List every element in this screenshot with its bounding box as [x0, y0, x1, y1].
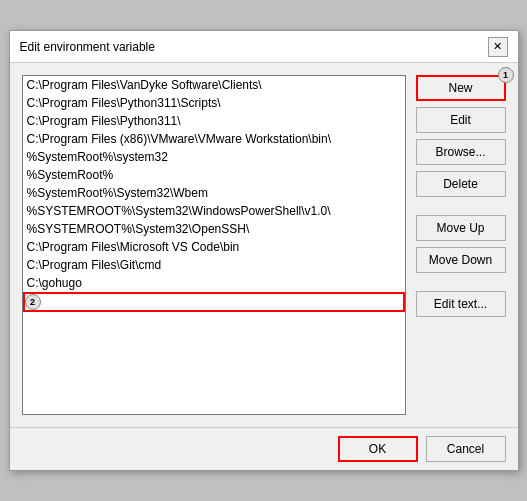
- list-item[interactable]: C:\Program Files (x86)\VMware\VMware Wor…: [23, 130, 405, 148]
- new-button[interactable]: New: [416, 75, 506, 101]
- env-var-input[interactable]: [23, 292, 405, 312]
- list-item[interactable]: C:\Program Files\Git\cmd: [23, 256, 405, 274]
- new-badge: 1: [498, 67, 514, 83]
- list-item[interactable]: %SYSTEMROOT%\System32\WindowsPowerShell\…: [23, 202, 405, 220]
- list-item[interactable]: C:\Program Files\Python311\Scripts\: [23, 94, 405, 112]
- dialog-content: C:\Program Files\VanDyke Software\Client…: [10, 63, 518, 427]
- move-up-button[interactable]: Move Up: [416, 215, 506, 241]
- dialog-footer: OK Cancel: [10, 427, 518, 470]
- list-item[interactable]: C:\gohugo: [23, 274, 405, 292]
- ok-button[interactable]: OK: [338, 436, 418, 462]
- browse-button[interactable]: Browse...: [416, 139, 506, 165]
- dialog-title: Edit environment variable: [20, 40, 155, 54]
- buttons-panel: New 1 Edit Browse... Delete Move Up Move…: [416, 75, 506, 415]
- list-item[interactable]: %SystemRoot%: [23, 166, 405, 184]
- list-item[interactable]: 2: [23, 292, 405, 312]
- list-item[interactable]: %SystemRoot%\System32\Wbem: [23, 184, 405, 202]
- list-item[interactable]: %SYSTEMROOT%\System32\OpenSSH\: [23, 220, 405, 238]
- move-down-button[interactable]: Move Down: [416, 247, 506, 273]
- close-button[interactable]: ✕: [488, 37, 508, 57]
- list-item[interactable]: C:\Program Files\Python311\: [23, 112, 405, 130]
- editing-badge: 2: [25, 294, 41, 310]
- list-item[interactable]: C:\Program Files\Microsoft VS Code\bin: [23, 238, 405, 256]
- list-panel: C:\Program Files\VanDyke Software\Client…: [22, 75, 406, 415]
- env-list-box[interactable]: C:\Program Files\VanDyke Software\Client…: [22, 75, 406, 415]
- edit-button[interactable]: Edit: [416, 107, 506, 133]
- list-item[interactable]: %SystemRoot%\system32: [23, 148, 405, 166]
- title-bar: Edit environment variable ✕: [10, 31, 518, 63]
- edit-text-button[interactable]: Edit text...: [416, 291, 506, 317]
- dialog: Edit environment variable ✕ C:\Program F…: [9, 30, 519, 471]
- list-item[interactable]: C:\Program Files\VanDyke Software\Client…: [23, 76, 405, 94]
- cancel-button[interactable]: Cancel: [426, 436, 506, 462]
- delete-button[interactable]: Delete: [416, 171, 506, 197]
